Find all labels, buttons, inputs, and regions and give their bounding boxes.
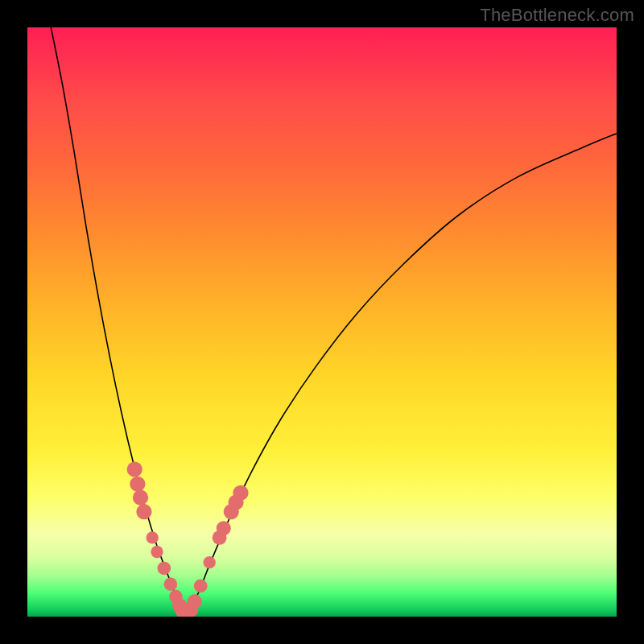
- marker-dot: [194, 580, 208, 593]
- marker-dot: [158, 562, 171, 576]
- chart-frame: TheBottleneck.com: [0, 0, 644, 644]
- marker-dot: [136, 504, 151, 519]
- marker-dot: [133, 490, 148, 506]
- watermark-text: TheBottleneck.com: [480, 5, 634, 26]
- marker-dot: [164, 577, 178, 591]
- plot-area: [27, 27, 617, 617]
- chart-svg: [27, 27, 617, 617]
- marker-dot: [147, 531, 159, 543]
- marker-dot: [233, 485, 248, 501]
- series-left-branch: [51, 27, 180, 611]
- marker-dot: [188, 594, 202, 609]
- marker-dot: [217, 521, 231, 535]
- series-right-branch: [189, 134, 617, 611]
- marker-dot: [151, 546, 163, 558]
- scatter-markers: [127, 461, 249, 617]
- marker-dot: [204, 556, 216, 568]
- marker-dot: [127, 461, 142, 477]
- marker-dot: [130, 477, 145, 492]
